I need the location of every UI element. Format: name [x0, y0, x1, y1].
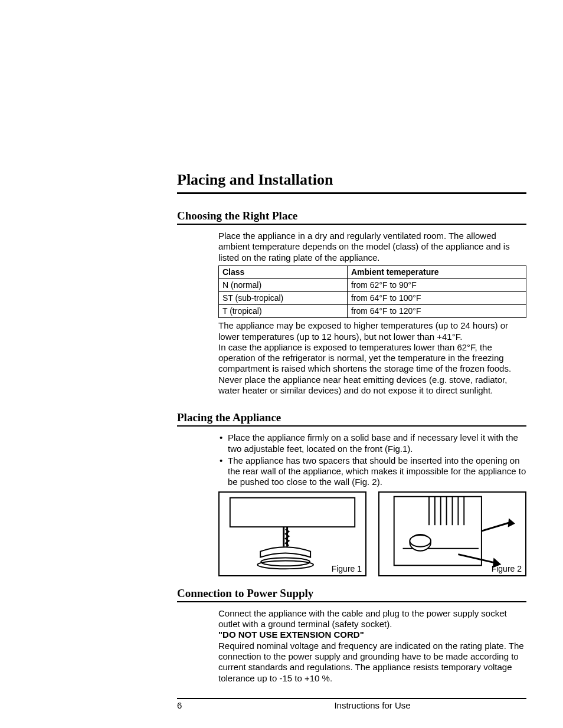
heading-choosing: Choosing the Right Place [177, 209, 526, 222]
svg-point-15 [410, 535, 431, 547]
table-cell: from 64°F to 120°F [347, 305, 526, 318]
heading-placing: Placing the Appliance [177, 411, 526, 424]
svg-rect-0 [230, 498, 355, 527]
table-header-temp: Ambient temeperature [347, 265, 526, 278]
power-p2: Required nominal voltage and frequency a… [218, 641, 526, 684]
heading-rule [177, 224, 526, 225]
table-cell: N (normal) [219, 278, 348, 291]
heading-rule [177, 601, 526, 602]
figure-2: Figure 2 [378, 491, 526, 576]
power-warning: "DO NOT USE EXTENSION CORD" [218, 629, 364, 640]
heading-rule [177, 425, 526, 427]
figure-1-label: Figure 1 [332, 564, 362, 574]
page-title: Placing and Installation [177, 171, 526, 190]
power-p1: Connect the appliance with the cable and… [218, 608, 526, 630]
choosing-body: Place the appliance in a dry and regular… [218, 231, 526, 396]
table-row: T (tropical) from 64°F to 120°F [219, 305, 526, 318]
page-footer: 6 Instructions for Use [177, 698, 526, 710]
choosing-after-1: The appliance may be exposed to higher t… [218, 320, 526, 342]
table-row: N (normal) from 62°F to 90°F [219, 278, 526, 291]
table-cell: from 64°F to 100°F [347, 292, 526, 305]
figure-2-label: Figure 2 [492, 564, 522, 574]
rear-spacer-icon [379, 493, 525, 575]
list-item: Place the appliance firmly on a solid ba… [218, 432, 526, 454]
footer-title: Instructions for Use [218, 700, 526, 710]
list-item: The appliance has two spacers that shoul… [218, 455, 526, 488]
adjustable-foot-icon [220, 493, 365, 575]
figure-1: Figure 1 [218, 491, 366, 576]
power-body: Connect the appliance with the cable and… [218, 608, 526, 684]
table-header-class: Class [219, 265, 348, 278]
choosing-after-2: In case the appliance is exposed to temp… [218, 342, 526, 396]
footer-rule [177, 698, 526, 699]
placing-body: Place the appliance firmly on a solid ba… [218, 432, 526, 576]
table-cell: ST (sub-tropical) [219, 292, 348, 305]
document-page: Placing and Installation Choosing the Ri… [177, 171, 526, 684]
choosing-intro: Place the appliance in a dry and regular… [218, 231, 526, 263]
table-cell: T (tropical) [219, 305, 348, 318]
heading-power: Connection to Power Supply [177, 587, 526, 600]
table-cell: from 62°F to 90°F [347, 278, 526, 291]
page-number: 6 [177, 700, 218, 710]
table-row: ST (sub-tropical) from 64°F to 100°F [219, 292, 526, 305]
svg-rect-5 [394, 497, 482, 566]
title-rule [177, 192, 526, 194]
temperature-table: Class Ambient temeperature N (normal) fr… [218, 265, 526, 318]
